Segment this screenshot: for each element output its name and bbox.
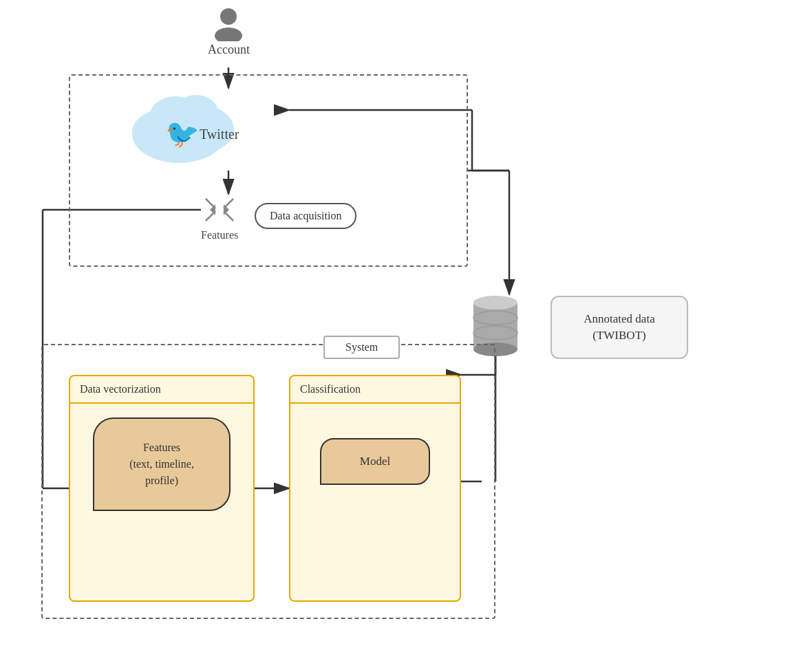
annotated-data-line1: Annotated data (562, 311, 676, 327)
classification-box: Classification Model (289, 375, 461, 602)
svg-text:🐦: 🐦 (165, 117, 200, 150)
account-label: Account (208, 43, 250, 57)
account-section: Account (208, 6, 250, 57)
features-top-section: Features (201, 196, 238, 241)
svg-point-17 (220, 8, 237, 25)
features-inner-line1: Features (105, 439, 219, 456)
data-acquisition-box: Data acquisition (255, 203, 356, 229)
features-top-label: Features (201, 229, 238, 241)
model-inner-box: Model (320, 438, 430, 485)
cloud-icon: 🐦 Twitter (127, 83, 258, 165)
model-label: Model (360, 455, 390, 468)
classification-header: Classification (290, 376, 460, 404)
data-vectorization-header: Data vectorization (70, 376, 253, 404)
svg-point-18 (215, 28, 242, 41)
system-box: System (323, 336, 400, 359)
svg-point-36 (473, 296, 517, 309)
twitter-cloud: 🐦 Twitter (127, 83, 258, 165)
diagram-container: Account 🐦 Twitter (0, 0, 812, 652)
features-inner-line2: (text, timeline, (105, 456, 219, 472)
features-inner-line3: profile) (105, 472, 219, 489)
annotated-data-line2: (TWIBOT) (562, 327, 676, 344)
svg-text:Twitter: Twitter (200, 127, 239, 142)
data-vectorization-box: Data vectorization Features (text, timel… (69, 375, 255, 602)
features-icon (203, 196, 236, 224)
annotated-data-box: Annotated data (TWIBOT) (551, 296, 688, 359)
features-inner-box: Features (text, timeline, profile) (93, 417, 231, 511)
user-icon (211, 6, 246, 41)
